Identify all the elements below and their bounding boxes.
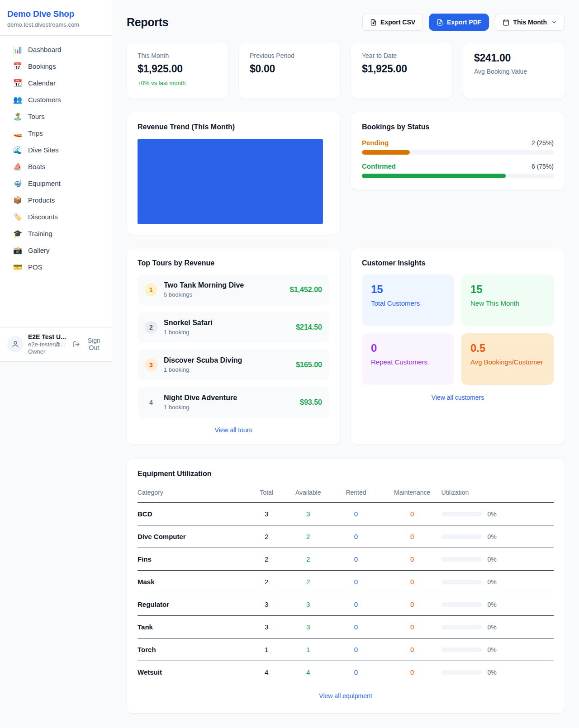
sidebar-nav-item[interactable]: 🏷️ Discounts (0, 208, 112, 225)
insight-label: Repeat Customers (371, 358, 445, 366)
customer-insights-title: Customer Insights (362, 259, 554, 267)
top-tours-list: 1 Two Tank Morning Dive 5 bookings $1,45… (138, 274, 329, 417)
nav-item-label: Tours (28, 113, 45, 120)
nav-item-icon: 📆 (13, 80, 22, 87)
table-row: Fins 2 2 0 0 0% (138, 548, 554, 571)
top-tours-card: Top Tours by Revenue 1 Two Tank Morning … (127, 248, 340, 444)
sidebar-nav-item[interactable]: 💳 POS (0, 259, 112, 275)
sidebar-nav-item[interactable]: 🌊 Dive Sites (0, 142, 112, 158)
sidebar-nav-item[interactable]: 🚤 Trips (0, 125, 112, 142)
nav-item-label: Boats (28, 163, 45, 170)
sidebar-nav-item[interactable]: 🎓 Training (0, 225, 112, 242)
cell-utilization: 0% (441, 661, 554, 684)
table-row: Regulator 3 3 0 0 0% (138, 593, 554, 616)
top-tours-title: Top Tours by Revenue (138, 259, 329, 267)
insight-tile: 0 Repeat Customers (362, 333, 454, 385)
tour-bookings: 1 booking (164, 404, 237, 411)
table-row: Wetsuit 4 4 0 0 0% (138, 661, 554, 684)
table-row: Tank 3 3 0 0 0% (138, 616, 554, 638)
view-all-equipment-link[interactable]: View all equipment (138, 692, 554, 700)
cell-rented: 0 (329, 503, 383, 525)
column-header-rented: Rented (329, 484, 383, 503)
equipment-utilization-card: Equipment Utilization Category Total Ava… (127, 459, 565, 713)
stat-card-previous-period: Previous Period $0.00 (239, 43, 340, 99)
utilization-percent: 0% (488, 578, 497, 586)
shop-name: Demo Dive Shop (7, 9, 104, 19)
cell-total: 2 (246, 548, 287, 571)
nav-item-icon: 🚤 (13, 130, 22, 137)
rank-badge: 1 (145, 284, 157, 296)
cell-rented: 0 (329, 616, 383, 638)
period-dropdown[interactable]: This Month (495, 14, 565, 31)
progress-fill (362, 150, 410, 155)
customer-insights-card: Customer Insights 15 Total Customers 15 … (351, 248, 565, 444)
insight-value: 0.5 (470, 342, 545, 355)
sign-out-button[interactable]: Sign Out (73, 337, 105, 351)
cell-category: Torch (138, 638, 246, 661)
cell-maintenance: 0 (383, 571, 441, 593)
status-row-pending: Pending 2 (25%) (362, 139, 554, 155)
sidebar-nav-item[interactable]: 📆 Calendar (0, 75, 112, 91)
export-pdf-button[interactable]: Export PDF (429, 14, 489, 31)
sidebar-nav-item[interactable]: ⛵ Boats (0, 158, 112, 175)
cell-available: 3 (287, 503, 329, 525)
nav-item-icon: ⛵ (13, 163, 22, 170)
customer-insights-tiles: 15 Total Customers 15 New This Month 0 R… (362, 274, 554, 385)
sidebar-nav-item[interactable]: 📸 Gallery (0, 242, 112, 259)
table-row: Dive Computer 2 2 0 0 0% (138, 525, 554, 548)
cell-category: BCD (138, 503, 246, 525)
utilization-bar (441, 670, 482, 675)
export-csv-button[interactable]: Export CSV (362, 14, 423, 31)
status-row-confirmed: Confirmed 6 (75%) (362, 162, 554, 178)
cell-maintenance: 0 (383, 638, 441, 661)
sidebar-header: Demo Dive Shop demo.test.divestreams.com (0, 0, 112, 36)
stat-card-this-month: This Month $1,925.00 +0% vs last month (127, 43, 228, 99)
stat-value: $0.00 (250, 63, 329, 75)
utilization-percent: 0% (488, 669, 497, 676)
export-csv-label: Export CSV (380, 19, 415, 26)
sidebar-nav-item[interactable]: 📦 Products (0, 192, 112, 208)
cell-total: 2 (246, 525, 287, 548)
cell-utilization: 0% (441, 616, 554, 638)
utilization-bar (441, 580, 482, 584)
stat-card-year-to-date: Year to Date $1,925.00 (351, 43, 452, 99)
insights-row: Top Tours by Revenue 1 Two Tank Morning … (127, 248, 565, 444)
sidebar-nav-item[interactable]: 🤿 Equipment (0, 175, 112, 192)
cell-total: 1 (246, 638, 287, 661)
utilization-bar (441, 602, 482, 607)
cell-total: 3 (246, 616, 287, 638)
tour-bookings: 1 booking (164, 329, 213, 336)
cell-rented: 0 (329, 548, 383, 571)
user-meta: E2E Test U... e2e-tester@... Owner (28, 333, 68, 355)
nav-item-label: Gallery (28, 246, 50, 254)
cell-category: Regulator (138, 593, 246, 616)
sidebar-nav-item[interactable]: 📊 Dashboard (0, 41, 112, 58)
stat-card-avg-booking-value: $241.00 Avg Booking Value (463, 43, 565, 99)
file-download-icon (370, 19, 377, 26)
view-all-tours-link[interactable]: View all tours (138, 426, 329, 434)
tour-row: 1 Two Tank Morning Dive 5 bookings $1,45… (138, 274, 329, 305)
status-count: 6 (75%) (532, 163, 554, 170)
cell-category: Fins (138, 548, 246, 571)
nav-item-icon: 🏝️ (13, 113, 22, 120)
column-header-category: Category (138, 484, 246, 503)
view-all-customers-link[interactable]: View all customers (362, 394, 554, 401)
sidebar-nav-item[interactable]: 👥 Customers (0, 91, 112, 108)
nav-item-icon: 🏷️ (13, 213, 22, 221)
revenue-trend-card: Revenue Trend (This Month) (127, 112, 340, 235)
stat-label: This Month (138, 52, 217, 59)
page-title: Reports (127, 16, 168, 29)
utilization-bar (441, 534, 482, 539)
nav-item-label: Bookings (28, 62, 56, 70)
utilization-percent: 0% (488, 556, 497, 563)
sidebar-nav-item[interactable]: 📅 Bookings (0, 58, 112, 75)
cell-rented: 0 (329, 593, 383, 616)
nav-item-label: Customers (28, 96, 61, 104)
nav-item-label: POS (28, 263, 43, 271)
nav-item-label: Dashboard (28, 46, 61, 53)
sidebar-nav-item[interactable]: 🏝️ Tours (0, 108, 112, 125)
cell-maintenance: 0 (383, 548, 441, 571)
cell-maintenance: 0 (383, 616, 441, 638)
rank-badge: 2 (145, 321, 157, 334)
tour-name: Two Tank Morning Dive (164, 281, 244, 289)
